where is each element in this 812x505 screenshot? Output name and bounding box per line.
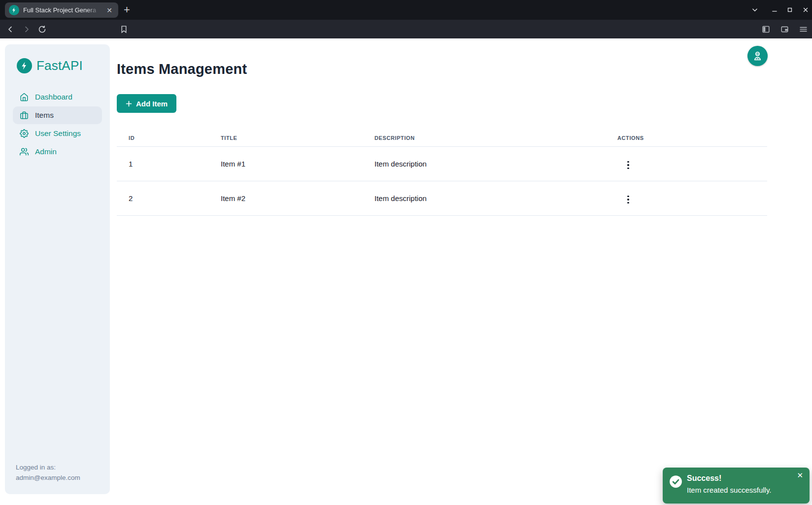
sidebar-item-label: User Settings bbox=[35, 129, 81, 138]
table-row: 2 Item #2 Item description bbox=[117, 181, 767, 216]
logo-text: FastAPI bbox=[36, 58, 83, 73]
briefcase-icon bbox=[20, 111, 29, 120]
column-header-description: DESCRIPTION bbox=[363, 135, 606, 141]
add-item-label: Add Item bbox=[136, 100, 168, 108]
sidebar-item-items[interactable]: Items bbox=[13, 106, 102, 124]
page-content: FastAPI Dashboard Items User Settings Ad… bbox=[0, 38, 812, 505]
sidebar-item-user-settings[interactable]: User Settings bbox=[13, 125, 102, 142]
home-icon bbox=[20, 93, 29, 101]
column-header-actions: ACTIONS bbox=[606, 135, 767, 141]
chevron-down-icon[interactable] bbox=[747, 0, 762, 20]
bookmark-icon[interactable] bbox=[116, 20, 131, 38]
plus-icon bbox=[126, 101, 132, 107]
cell-description: Item description bbox=[363, 160, 606, 168]
browser-toolbar: i localhost/items 1 bbox=[0, 20, 812, 38]
row-actions-kebab-icon[interactable] bbox=[623, 158, 633, 172]
tab-bar: Full Stack Project Genera ✕ + bbox=[0, 0, 812, 20]
success-toast: Success! Item created successfully. ✕ bbox=[663, 468, 810, 504]
fastapi-logo: FastAPI bbox=[17, 58, 102, 73]
window-close-button[interactable] bbox=[798, 0, 812, 20]
cell-title: Item #1 bbox=[209, 160, 363, 168]
main-content: Items Management Add Item ID TITLE DESCR… bbox=[117, 38, 767, 216]
cell-description: Item description bbox=[363, 194, 606, 202]
add-item-button[interactable]: Add Item bbox=[117, 94, 176, 113]
toast-title: Success! bbox=[687, 474, 721, 483]
sidebar-item-admin[interactable]: Admin bbox=[13, 143, 102, 161]
sidebar-panel-icon[interactable] bbox=[760, 25, 772, 34]
sidebar-item-label: Dashboard bbox=[35, 93, 72, 101]
items-table: ID TITLE DESCRIPTION ACTIONS 1 Item #1 I… bbox=[117, 130, 767, 216]
cell-title: Item #2 bbox=[209, 194, 363, 202]
back-icon[interactable] bbox=[3, 20, 18, 38]
window-maximize-button[interactable] bbox=[782, 0, 797, 20]
browser-tab[interactable]: Full Stack Project Genera ✕ bbox=[5, 2, 118, 18]
wallet-icon[interactable] bbox=[779, 25, 790, 34]
gear-icon bbox=[20, 129, 29, 138]
toast-message: Item created successfully. bbox=[687, 486, 771, 494]
window-minimize-button[interactable] bbox=[767, 0, 782, 20]
toast-close-icon[interactable]: ✕ bbox=[795, 470, 805, 481]
cell-id: 1 bbox=[117, 160, 209, 168]
page-title: Items Management bbox=[117, 61, 767, 77]
browser-window: Full Stack Project Genera ✕ + bbox=[0, 0, 812, 505]
user-icon bbox=[752, 51, 763, 61]
new-tab-button[interactable]: + bbox=[120, 3, 134, 16]
tab-close-icon[interactable]: ✕ bbox=[104, 6, 114, 15]
menu-hamburger-icon[interactable] bbox=[798, 25, 809, 34]
sidebar-item-label: Admin bbox=[35, 147, 57, 156]
column-header-title: TITLE bbox=[209, 135, 363, 141]
table-row: 1 Item #1 Item description bbox=[117, 147, 767, 181]
check-circle-icon bbox=[669, 475, 682, 488]
column-header-id: ID bbox=[117, 135, 209, 141]
users-icon bbox=[20, 147, 29, 156]
sidebar: FastAPI Dashboard Items User Settings Ad… bbox=[5, 44, 110, 494]
user-avatar-button[interactable] bbox=[747, 46, 768, 66]
forward-icon[interactable] bbox=[19, 20, 34, 38]
logged-in-email: admin@example.com bbox=[16, 473, 80, 483]
sidebar-item-dashboard[interactable]: Dashboard bbox=[13, 88, 102, 106]
logged-in-info: Logged in as: admin@example.com bbox=[16, 463, 80, 483]
cell-id: 2 bbox=[117, 194, 209, 202]
reload-icon[interactable] bbox=[34, 20, 49, 38]
fastapi-bolt-icon bbox=[17, 58, 32, 73]
row-actions-kebab-icon[interactable] bbox=[623, 193, 633, 207]
logged-in-label: Logged in as: bbox=[16, 463, 80, 473]
tab-title: Full Stack Project Genera bbox=[23, 6, 100, 14]
table-header-row: ID TITLE DESCRIPTION ACTIONS bbox=[117, 130, 767, 147]
sidebar-item-label: Items bbox=[35, 111, 54, 120]
fastapi-favicon-icon bbox=[9, 5, 19, 15]
table-body: 1 Item #1 Item description 2 Item #2 Ite… bbox=[117, 147, 767, 216]
